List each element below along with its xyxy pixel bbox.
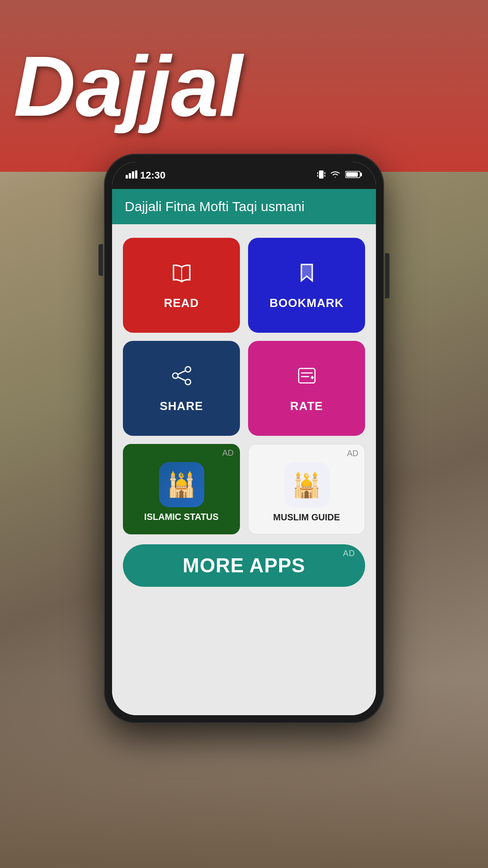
svg-rect-5: [317, 172, 318, 174]
svg-line-16: [178, 371, 185, 374]
svg-rect-6: [324, 172, 325, 174]
islamic-status-icon-container: 🕌: [159, 462, 204, 507]
share-button[interactable]: SHARE: [123, 341, 240, 436]
phone-outer-frame: 12:30: [104, 154, 384, 723]
phone-screen: 12:30: [112, 162, 376, 715]
bookmark-label: BOOKMARK: [270, 296, 344, 310]
read-icon: [170, 261, 193, 290]
svg-rect-4: [319, 170, 324, 179]
share-icon: [170, 364, 193, 393]
muslim-guide-ad-button[interactable]: AD 🕌 MUSLIM GUIDE: [248, 444, 365, 534]
share-label: SHARE: [160, 399, 203, 413]
phone-mockup: 12:30: [104, 154, 384, 723]
app-content: READ BOOKMARK: [112, 224, 376, 715]
islamic-status-ad-tag: AD: [222, 448, 234, 458]
svg-point-15: [185, 379, 191, 385]
svg-rect-10: [360, 173, 362, 176]
muslim-guide-ad-tag: AD: [347, 449, 358, 458]
bookmark-icon: [295, 261, 319, 290]
wifi-icon: [330, 170, 341, 181]
muslim-guide-icon-container: 🕌: [284, 462, 329, 508]
more-apps-button[interactable]: AD MORE APPS: [123, 544, 365, 587]
more-apps-ad-tag: AD: [343, 549, 355, 558]
more-apps-label: MORE APPS: [183, 554, 305, 576]
time-display: 12:30: [140, 170, 165, 181]
svg-rect-11: [346, 172, 358, 177]
svg-rect-8: [324, 175, 325, 177]
ad-row: AD 🕌 ISLAMIC STATUS AD 🕌: [123, 444, 365, 534]
svg-rect-3: [135, 170, 137, 179]
muslim-guide-mosque-icon: 🕌: [284, 462, 329, 508]
svg-point-13: [185, 367, 191, 372]
rate-label: RATE: [290, 399, 323, 413]
svg-point-14: [173, 373, 178, 378]
battery-indicator: [345, 170, 362, 181]
muslim-guide-label: MUSLIM GUIDE: [273, 512, 340, 523]
svg-rect-7: [317, 175, 318, 177]
svg-rect-0: [126, 175, 128, 179]
banner-title: Dajjal: [14, 43, 243, 129]
main-buttons-grid: READ BOOKMARK: [123, 238, 365, 436]
app-header: Dajjali Fitna Mofti Taqi usmani: [112, 189, 376, 224]
islamic-status-ad-button[interactable]: AD 🕌 ISLAMIC STATUS: [123, 444, 240, 534]
top-banner: Dajjal: [0, 0, 488, 172]
svg-rect-1: [129, 173, 131, 179]
rate-button[interactable]: RATE: [248, 341, 365, 436]
islamic-status-label: ISLAMIC STATUS: [144, 512, 219, 522]
svg-rect-18: [299, 368, 315, 383]
signal-icon: [126, 170, 137, 181]
svg-rect-2: [132, 171, 134, 179]
status-right: [317, 170, 362, 182]
read-button[interactable]: READ: [123, 238, 240, 333]
islamic-status-mosque-icon: 🕌: [159, 462, 204, 507]
status-left: 12:30: [126, 170, 165, 181]
phone-notch: [199, 162, 289, 175]
rate-icon: [295, 364, 319, 393]
bookmark-button[interactable]: BOOKMARK: [248, 238, 365, 333]
svg-line-17: [178, 377, 185, 381]
vibrate-icon: [317, 170, 325, 182]
read-label: READ: [164, 296, 199, 310]
app-title: Dajjali Fitna Mofti Taqi usmani: [125, 199, 305, 214]
